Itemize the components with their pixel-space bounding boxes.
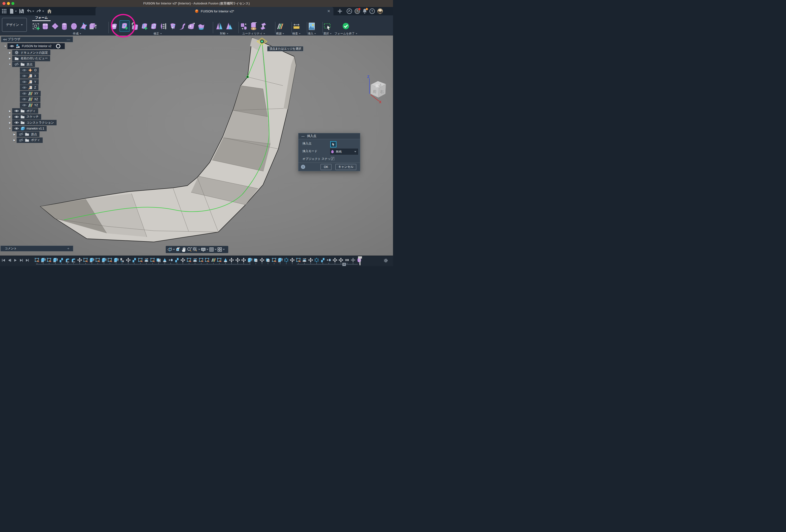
timeline-feature-move[interactable] — [126, 258, 131, 262]
display-settings-icon[interactable] — [201, 247, 206, 252]
save-icon[interactable] — [19, 8, 24, 14]
timeline-feature-revolve[interactable] — [144, 258, 149, 262]
browser-row[interactable]: Y — [16, 79, 39, 85]
user-avatar[interactable] — [377, 8, 383, 14]
look-at-icon[interactable] — [176, 247, 181, 252]
undo-icon[interactable] — [26, 8, 32, 14]
timeline-feature-sketch[interactable] — [83, 258, 88, 262]
insert-mode-dropdown[interactable]: 単純 — [330, 148, 358, 155]
extrude-icon[interactable] — [89, 22, 97, 31]
symmetry-group-label[interactable]: 対称 — [220, 32, 228, 36]
app-grid-icon[interactable] — [1, 8, 7, 14]
timeline-feature-sketch[interactable] — [95, 258, 100, 262]
collapse-arrow-icon[interactable]: ▼ — [8, 127, 11, 130]
dialog-collapse-icon[interactable]: — — [301, 135, 305, 138]
repair-body-icon[interactable] — [259, 22, 267, 31]
close-tab-icon[interactable]: ✕ — [326, 9, 331, 14]
timeline-feature-move[interactable] — [180, 258, 185, 262]
browser-row[interactable]: O — [16, 68, 39, 73]
view-cube[interactable]: 上 前 右 Z X — [365, 74, 392, 104]
expand-arrow-icon[interactable]: ▶ — [8, 115, 11, 118]
timeline-feature-extrude[interactable] — [247, 258, 252, 262]
timeline-feature-move[interactable] — [241, 258, 246, 262]
timeline-feature-sketch[interactable] — [150, 258, 155, 262]
expand-arrow-icon[interactable]: ▶ — [8, 121, 11, 124]
create-form-icon[interactable] — [32, 22, 40, 31]
browser-row[interactable]: Z — [16, 85, 39, 90]
timeline-feature-sketch[interactable] — [199, 258, 204, 262]
timeline-feature-mirror[interactable] — [326, 258, 331, 262]
pan-icon[interactable] — [181, 247, 186, 252]
timeline-feature-extrude[interactable] — [41, 258, 46, 262]
measure-icon[interactable] — [293, 22, 300, 31]
flatten-icon[interactable] — [178, 22, 186, 31]
insert-group-label[interactable]: 挿入 — [308, 32, 316, 36]
expand-arrow-icon[interactable]: ▶ — [8, 51, 11, 54]
crease-icon[interactable] — [140, 22, 148, 31]
canvas-insert-icon[interactable] — [308, 22, 316, 31]
timeline-feature-move[interactable] — [235, 258, 240, 262]
timeline-group-expand-icon[interactable]: + — [342, 263, 346, 266]
display-mode-icon[interactable] — [250, 22, 257, 31]
browser-row[interactable]: ▶ドキュメントの設定 — [8, 50, 50, 55]
grid-settings-caret[interactable] — [215, 249, 216, 250]
visibility-eye-icon[interactable] — [22, 91, 27, 96]
orbit-caret[interactable] — [173, 249, 175, 250]
dialog-header[interactable]: — 挿入点 — [299, 133, 360, 139]
timeline-feature-plane[interactable] — [211, 258, 216, 262]
display-settings-caret[interactable] — [206, 249, 208, 250]
timeline-feature-sketch[interactable] — [138, 258, 143, 262]
expand-arrow-icon[interactable]: ▶ — [8, 110, 11, 112]
zoom-window-caret[interactable] — [198, 249, 200, 250]
timeline-feature-sketch[interactable] — [272, 258, 277, 262]
visibility-eye-icon[interactable] — [22, 79, 27, 84]
job-status-icon[interactable] — [354, 8, 360, 14]
ok-button[interactable]: OK — [321, 164, 331, 170]
expand-arrow-icon[interactable]: ▶ — [13, 133, 16, 136]
timeline-feature-sketch[interactable] — [187, 258, 191, 262]
collapse-arrow-icon[interactable]: ▼ — [8, 63, 11, 66]
timeline-feature-sketch[interactable] — [205, 258, 210, 262]
modify-group-label[interactable]: 修正 — [154, 32, 162, 36]
match-icon[interactable] — [188, 22, 195, 31]
timeline-feature-move[interactable] — [290, 258, 295, 262]
cylinder-primitive-icon[interactable] — [61, 22, 68, 31]
timeline-feature-join[interactable] — [320, 258, 325, 262]
model-vertex[interactable] — [247, 76, 249, 78]
expand-arrow-icon[interactable]: ▶ — [13, 139, 16, 141]
zoom-window-icon[interactable] — [192, 247, 198, 252]
construct-plane-icon[interactable] — [276, 22, 284, 31]
timeline-feature-extrude[interactable] — [114, 258, 119, 262]
timeline-feature-extrude[interactable] — [101, 258, 107, 262]
cancel-button[interactable]: キャンセル — [336, 164, 356, 170]
construct-group-label[interactable]: 構築 — [276, 32, 284, 36]
timeline-feature-move[interactable] — [229, 258, 234, 262]
select-group-label[interactable]: 選択 — [323, 32, 331, 36]
viewports-caret[interactable] — [223, 249, 225, 250]
circular-symmetry-icon[interactable] — [225, 22, 233, 31]
subdivide-icon[interactable] — [150, 22, 158, 31]
orbit-icon[interactable] — [167, 247, 172, 252]
timeline-feature-sketch[interactable] — [34, 258, 40, 262]
browser-row[interactable]: ▶スケッチ — [8, 114, 41, 120]
visibility-eye-icon[interactable] — [19, 132, 24, 137]
help-icon[interactable]: ? — [369, 8, 375, 14]
utilities-group-label[interactable]: ユーティリティ — [242, 32, 265, 36]
browser-row[interactable]: XY — [16, 91, 41, 96]
comments-bar[interactable]: コメント ＋ — [0, 246, 73, 251]
browser-row[interactable]: ▶原点 — [13, 132, 40, 137]
visibility-eye-icon[interactable] — [9, 44, 15, 49]
plane-primitive-icon[interactable] — [51, 22, 59, 31]
undo-caret[interactable] — [32, 8, 35, 14]
timeline-feature-move[interactable] — [339, 258, 343, 262]
notifications-bell-icon[interactable] — [362, 8, 368, 14]
timeline-feature-sketch[interactable] — [296, 258, 301, 262]
timeline-feature-join[interactable] — [59, 258, 64, 262]
timeline-feature-convert[interactable] — [120, 258, 124, 262]
timeline-playhead[interactable] — [358, 256, 362, 265]
browser-row[interactable]: ▼原点 — [8, 62, 35, 67]
minimize-window-button[interactable] — [7, 2, 10, 5]
timeline-feature-moveghost[interactable] — [351, 258, 355, 262]
timeline-settings-gear-icon[interactable] — [383, 258, 388, 264]
file-menu-icon[interactable] — [9, 8, 15, 14]
